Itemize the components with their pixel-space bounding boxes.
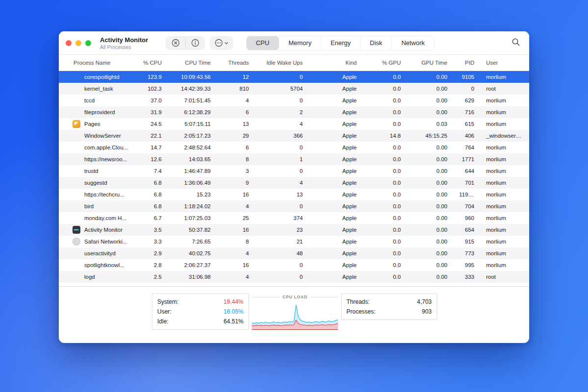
table-row[interactable]: logd2.531:06.9840Apple0.00.00333root — [59, 271, 529, 283]
table-row[interactable]: kernel_task102.314:42:39.338105704Apple0… — [59, 83, 529, 95]
cell-pid: 960 — [453, 212, 480, 224]
cell-cpu-time: 14:03.65 — [168, 153, 217, 165]
cell-user: morlium — [480, 153, 529, 165]
cell-cpu-time: 2:48:52.64 — [168, 142, 217, 153]
cell-gpu-time: 0.00 — [407, 189, 453, 200]
cell-user: morlium — [480, 118, 529, 130]
cell-gpu-percent: 0.0 — [363, 71, 407, 83]
table-row[interactable]: fileproviderd31.96:12:38.2962Apple0.00.0… — [59, 106, 529, 118]
column-header-process-name[interactable]: Process Name — [59, 60, 132, 66]
cell-cpu-percent: 123.9 — [132, 71, 168, 83]
cell-cpu-time: 5:07:15.11 — [168, 118, 217, 130]
process-name: Safari Networki... — [84, 236, 127, 247]
process-name: Pages — [84, 118, 100, 130]
cell-process-name: tccd — [59, 95, 132, 106]
cell-gpu-time: 0.00 — [407, 83, 453, 95]
table-row[interactable]: bird6.81:18:24.0240Apple0.00.00704morliu… — [59, 200, 529, 212]
table-row[interactable]: com.apple.Clou...14.72:48:52.6460Apple0.… — [59, 142, 529, 153]
column-header-gpu-time[interactable]: GPU Time — [407, 60, 453, 66]
tab-network[interactable]: Network — [392, 36, 434, 50]
cell-process-name: Pages — [59, 118, 132, 130]
cell-kind: Apple — [309, 106, 363, 118]
cpu-load-title-row: CPU LOAD — [252, 294, 338, 299]
table-row[interactable]: trustd7.41:46:47.8930Apple0.00.00644morl… — [59, 165, 529, 177]
table-row[interactable]: Pages24.55:07:15.11134Apple0.00.03615mor… — [59, 118, 529, 130]
table-row[interactable]: monday.com H...6.71:07:25.0325374Apple0.… — [59, 212, 529, 224]
process-name: https://newsroo... — [84, 153, 127, 165]
cell-kind: Apple — [309, 271, 363, 283]
process-name: https://techcru... — [84, 189, 124, 200]
search-button[interactable] — [510, 36, 522, 50]
table-row[interactable]: tccd37.07:01:51.4540Apple0.00.00629morli… — [59, 95, 529, 106]
column-header-threads[interactable]: Threads — [217, 60, 255, 66]
process-name: logd — [84, 271, 95, 283]
cell-user: root — [480, 271, 529, 283]
tab-cpu[interactable]: CPU — [246, 36, 278, 50]
cell-gpu-percent: 0.0 — [363, 106, 407, 118]
cpu-load-title: CPU LOAD — [283, 294, 308, 299]
cell-gpu-percent: 0.0 — [363, 177, 407, 189]
traffic-lights — [66, 40, 91, 46]
stat-label: Idle: — [157, 318, 169, 325]
close-button[interactable] — [66, 40, 72, 46]
cell-cpu-percent: 14.7 — [132, 142, 168, 153]
cell-gpu-percent: 0.0 — [363, 212, 407, 224]
table-row[interactable]: WindowServer22.12:05:17.2329366Apple14.8… — [59, 130, 529, 142]
table-header: Process Name% CPUCPU TimeThreadsIdle Wak… — [59, 55, 529, 71]
inspect-button[interactable] — [185, 36, 205, 50]
cell-gpu-time: 0.00 — [407, 165, 453, 177]
process-name: suggestd — [84, 177, 107, 189]
cell-idle-wake-ups: 4 — [255, 177, 309, 189]
cell-kind: Apple — [309, 130, 363, 142]
column-header-cpu-time[interactable]: CPU Time — [168, 60, 217, 66]
table-row[interactable]: useractivityd2.940:02.75448Apple0.00.007… — [59, 247, 529, 259]
table-row[interactable]: spotlightknowl...2.82:06:27.37160Apple0.… — [59, 259, 529, 271]
cell-gpu-time: 0.00 — [407, 177, 453, 189]
cell-process-name: suggestd — [59, 177, 132, 189]
cell-user: morlium — [480, 259, 529, 271]
cell-gpu-percent: 0.0 — [363, 200, 407, 212]
cell-cpu-percent: 24.5 — [132, 118, 168, 130]
column-header-gpu-percent[interactable]: % GPU — [363, 60, 407, 66]
more-options-button[interactable] — [210, 36, 233, 50]
title-block: Activity Monitor All Processes — [100, 36, 148, 50]
cell-user: _windowserver — [480, 130, 529, 142]
table-row[interactable]: https://newsroo...12.614:03.6581Apple0.0… — [59, 153, 529, 165]
cell-cpu-time: 1:07:25.03 — [168, 212, 217, 224]
cell-process-name: spotlightknowl... — [59, 259, 132, 271]
stat-value: 64.51% — [223, 318, 244, 325]
divider — [252, 297, 280, 297]
table-row[interactable]: suggestd6.81:36:06.4994Apple0.00.00701mo… — [59, 177, 529, 189]
tab-disk[interactable]: Disk — [360, 36, 392, 50]
cell-process-name: monday.com H... — [59, 212, 132, 224]
cell-process-name: fileproviderd — [59, 106, 132, 118]
zoom-button[interactable] — [85, 40, 91, 46]
column-header-pid[interactable]: PID — [453, 60, 480, 66]
column-header-idle-wake-ups[interactable]: Idle Wake Ups — [255, 60, 309, 66]
table-row[interactable]: https://techcru...6.815.231613Apple0.00.… — [59, 189, 529, 200]
column-header-kind[interactable]: Kind — [309, 60, 363, 66]
column-header-user[interactable]: User — [480, 60, 529, 66]
tab-memory[interactable]: Memory — [279, 36, 321, 50]
cell-pid: 406 — [453, 130, 480, 142]
cell-idle-wake-ups: 23 — [255, 224, 309, 236]
cell-cpu-percent: 3.3 — [132, 236, 168, 247]
cell-process-name: trustd — [59, 165, 132, 177]
cell-cpu-time: 1:36:06.49 — [168, 177, 217, 189]
cell-cpu-time: 6:12:38.29 — [168, 106, 217, 118]
stat-label: System: — [157, 298, 178, 305]
cell-pid: 629 — [453, 95, 480, 106]
cell-gpu-time: 0.00 — [407, 236, 453, 247]
footer: System:19.44%User:16.05%Idle:64.51% CPU … — [59, 286, 529, 330]
table-row[interactable]: Safari Networki...3.37:26.65821Apple0.00… — [59, 236, 529, 247]
cell-gpu-time: 0.00 — [407, 95, 453, 106]
cpu-load-chart — [252, 301, 338, 330]
quit-process-button[interactable] — [166, 36, 185, 50]
minimize-button[interactable] — [75, 40, 81, 46]
table-row[interactable]: Activity Monitor3.550:37.821623Apple0.00… — [59, 224, 529, 236]
table-row[interactable]: corespotlightd123.910:09:43.56120Apple0.… — [59, 71, 529, 83]
cell-cpu-time: 40:02.75 — [168, 247, 217, 259]
cell-gpu-time: 0.00 — [407, 200, 453, 212]
tab-energy[interactable]: Energy — [321, 36, 360, 50]
column-header-cpu-percent[interactable]: % CPU — [132, 60, 168, 66]
